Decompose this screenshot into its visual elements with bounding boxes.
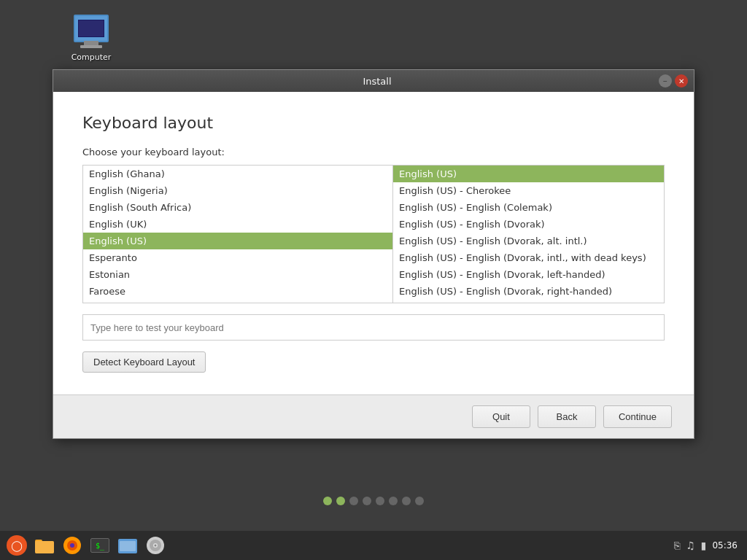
taskbar-files2-button[interactable] — [115, 532, 141, 559]
keyboard-variant-list[interactable]: English (US)English (US) - CherokeeEngli… — [393, 166, 664, 303]
window-content: Keyboard layout Choose your keyboard lay… — [53, 92, 694, 394]
variant-item[interactable]: English (US) - English (Dvorak, intl., w… — [393, 249, 664, 266]
title-bar: Install − ✕ — [53, 70, 694, 92]
disc-icon — [146, 536, 165, 555]
folder-icon — [35, 537, 54, 553]
progress-dot — [389, 497, 398, 505]
window-title: Install — [96, 76, 659, 87]
quit-button[interactable]: Quit — [472, 405, 530, 428]
computer-desktop-icon[interactable]: Computer — [66, 15, 117, 62]
continue-button[interactable]: Continue — [603, 405, 672, 428]
installer-window: Install − ✕ Keyboard layout Choose your … — [53, 69, 694, 439]
title-controls: − ✕ — [659, 74, 688, 88]
variant-item[interactable]: English (US) - English (Dvorak, left-han… — [393, 266, 664, 283]
layout-item[interactable]: English (UK) — [83, 216, 392, 233]
layout-item[interactable]: Filipino — [83, 300, 392, 303]
layout-item[interactable]: English (US) — [83, 233, 392, 249]
ubuntu-menu-button[interactable]: ◯ — [4, 532, 30, 559]
taskbar-files-button[interactable] — [31, 532, 58, 559]
firefox-icon — [63, 536, 82, 555]
progress-dots — [53, 486, 694, 516]
minimize-button[interactable]: − — [659, 74, 672, 88]
taskbar-disc-button[interactable] — [142, 532, 169, 559]
progress-dot — [402, 497, 411, 505]
progress-dot — [415, 497, 424, 505]
variant-item[interactable]: English (US) - English (Dvorak, right-ha… — [393, 283, 664, 300]
variant-item[interactable]: English (US) - Cherokee — [393, 182, 664, 199]
keyboard-test-input[interactable] — [82, 314, 665, 341]
network-icon: ⎘ — [674, 540, 680, 551]
svg-point-11 — [155, 545, 157, 547]
choose-label: Choose your keyboard layout: — [82, 147, 665, 158]
close-button[interactable]: ✕ — [675, 74, 688, 88]
taskbar-terminal-button[interactable]: $_ — [87, 532, 113, 559]
taskbar-right: ⎘ ♫ ▮ 05:36 — [674, 540, 743, 551]
taskbar-clock: 05:36 — [712, 540, 738, 551]
desktop: Computer Install − ✕ Keyboard layout Cho… — [0, 0, 747, 560]
taskbar: ◯ $_ — [0, 531, 747, 560]
battery-icon: ▮ — [701, 540, 707, 551]
variant-item[interactable]: English (US) - English (Dvorak, alt. int… — [393, 233, 664, 249]
progress-dot — [349, 497, 358, 505]
layout-item[interactable]: English (Ghana) — [83, 166, 392, 182]
terminal-icon: $_ — [90, 538, 109, 553]
back-button[interactable]: Back — [538, 405, 596, 428]
bottom-bar: Quit Back Continue — [53, 394, 694, 438]
layout-selector: English (Ghana)English (Nigeria)English … — [82, 165, 665, 303]
variant-item[interactable]: English (US) - English (Macintosh) — [393, 300, 664, 303]
variant-item[interactable]: English (US) - English (Dvorak) — [393, 216, 664, 233]
svg-rect-2 — [35, 541, 54, 553]
progress-dot — [323, 497, 332, 505]
layout-item[interactable]: Esperanto — [83, 249, 392, 266]
svg-point-5 — [70, 543, 74, 548]
computer-icon-label: Computer — [71, 52, 112, 62]
progress-dot — [376, 497, 384, 505]
files-icon — [118, 537, 137, 553]
progress-dot — [363, 497, 371, 505]
layout-item[interactable]: Faroese — [83, 283, 392, 300]
keyboard-layout-list[interactable]: English (Ghana)English (Nigeria)English … — [83, 166, 393, 303]
page-title: Keyboard layout — [82, 114, 665, 132]
volume-icon: ♫ — [686, 540, 695, 551]
detect-keyboard-button[interactable]: Detect Keyboard Layout — [82, 351, 206, 373]
svg-rect-7 — [120, 541, 136, 551]
taskbar-left: ◯ $_ — [4, 532, 169, 559]
layout-item[interactable]: English (Nigeria) — [83, 182, 392, 199]
variant-item[interactable]: English (US) — [393, 166, 664, 182]
monitor-screen — [78, 20, 104, 37]
layout-item[interactable]: English (South Africa) — [83, 199, 392, 216]
progress-dot — [336, 497, 345, 505]
taskbar-firefox-button[interactable] — [59, 532, 85, 559]
variant-item[interactable]: English (US) - English (Colemak) — [393, 199, 664, 216]
ubuntu-logo-icon: ◯ — [7, 535, 27, 556]
computer-icon-image — [74, 15, 109, 42]
layout-item[interactable]: Estonian — [83, 266, 392, 283]
